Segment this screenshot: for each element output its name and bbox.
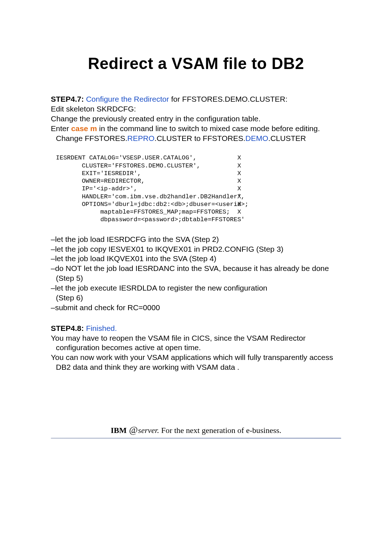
list-item: –let the job copy IESVEX01 to IKQVEX01 i… bbox=[51, 244, 341, 254]
list-item: –let the job load IESRDCFG into the SVA … bbox=[51, 235, 341, 244]
footer-separator bbox=[51, 438, 341, 439]
repro-text: REPRO bbox=[127, 134, 155, 142]
footer-ibm: IBM bbox=[111, 426, 129, 435]
cluster-to-text: .CLUSTER to FFSTORES. bbox=[155, 134, 246, 142]
footer-at-icon: @ bbox=[128, 425, 138, 435]
code-left: IP='<ip-addr>', bbox=[56, 185, 237, 193]
code-continuation-x: X bbox=[237, 162, 241, 170]
code-line: OPTIONS='dburl=jdbc:db2:<db>;dbuser=<use… bbox=[56, 200, 341, 208]
code-continuation-x: X bbox=[237, 177, 241, 185]
step-4-8-para1: You may have to reopen the VSAM file in … bbox=[51, 333, 341, 353]
step-4-7-block: STEP4.7: Configure the Redirector for FF… bbox=[51, 94, 341, 143]
step-4-8-heading: STEP4.8: Finished. bbox=[51, 324, 341, 333]
list-item: –do NOT let the job load IESRDANC into t… bbox=[51, 264, 341, 283]
code-continuation-x: X bbox=[237, 193, 241, 200]
step-4-8-label: STEP4.8: bbox=[51, 324, 84, 332]
step-4-8-para2: You can now work with your VSAM applicat… bbox=[51, 353, 341, 372]
code-left: IESRDENT CATALOG='VSESP.USER.CATALOG', bbox=[56, 154, 237, 162]
step-4-7-link: Configure the Redirector bbox=[84, 95, 171, 103]
footer-tagline: IBM @server. For the next generation of … bbox=[51, 425, 341, 436]
list-item: (Step 6) bbox=[51, 293, 341, 303]
code-line: maptable=FFSTORES_MAP;map=FFSTORES;X bbox=[56, 208, 341, 216]
list-item: –let the job load IKQVEX01 into the SVA … bbox=[51, 254, 341, 264]
code-line: CLUSTER='FFSTORES.DEMO.CLUSTER',X bbox=[56, 162, 341, 170]
code-left: CLUSTER='FFSTORES.DEMO.CLUSTER', bbox=[56, 162, 237, 170]
code-line: EXIT='IESREDIR',X bbox=[56, 170, 341, 177]
code-line: HANDLER='com.ibm.vse.db2handler.DB2Handl… bbox=[56, 193, 341, 200]
code-line: dbpassword=<password>;dbtable=FFSTORES' bbox=[56, 216, 341, 223]
page-title: Redirect a VSAM file to DB2 bbox=[51, 54, 341, 73]
code-continuation-x: X bbox=[237, 185, 241, 193]
case-m-text: case m bbox=[71, 124, 97, 133]
step-4-7-edit-line: Edit skeleton SKRDCFG: bbox=[51, 104, 341, 114]
list-item: –let the job execute IESRDLDA to registe… bbox=[51, 283, 341, 293]
code-continuation-x: X bbox=[237, 154, 241, 162]
step-4-7-postlink: for FFSTORES.DEMO.CLUSTER: bbox=[171, 95, 288, 103]
code-continuation-x: X bbox=[237, 208, 241, 216]
code-left: dbpassword=<password>;dbtable=FFSTORES' bbox=[56, 216, 237, 223]
code-left: HANDLER='com.ibm.vse.db2handler.DB2Handl… bbox=[56, 193, 237, 200]
code-line: OWNER=REDIRECTOR,X bbox=[56, 177, 341, 185]
code-block: IESRDENT CATALOG='VSESP.USER.CATALOG',X … bbox=[56, 154, 341, 223]
step-4-7-change-line: Change the previously created entry in t… bbox=[51, 114, 341, 124]
code-left: maptable=FFSTORES_MAP;map=FFSTORES; bbox=[56, 208, 237, 216]
step-4-7-label: STEP4.7: bbox=[51, 95, 84, 103]
code-left: OWNER=REDIRECTOR, bbox=[56, 177, 237, 185]
footer-server: server. bbox=[138, 426, 159, 435]
step-4-7-enter-block: Enter case m in the command line to swit… bbox=[51, 124, 341, 143]
document-page: Redirect a VSAM file to DB2 STEP4.7: Con… bbox=[0, 0, 392, 555]
demo-text: DEMO bbox=[245, 134, 268, 142]
code-continuation-x: X bbox=[237, 170, 241, 177]
step-4-8-block: STEP4.8: Finished. You may have to reope… bbox=[51, 324, 341, 372]
page-footer: IBM @server. For the next generation of … bbox=[51, 425, 341, 439]
list-item: –submit and check for RC=0000 bbox=[51, 303, 341, 313]
code-left: OPTIONS='dburl=jdbc:db2:<db>;dbuser=<use… bbox=[56, 200, 237, 208]
code-line: IP='<ip-addr>',X bbox=[56, 185, 341, 193]
footer-tag-text: For the next generation of e-business. bbox=[159, 426, 281, 435]
enter-prefix: Enter bbox=[51, 124, 71, 133]
code-line: IESRDENT CATALOG='VSESP.USER.CATALOG',X bbox=[56, 154, 341, 162]
step-4-8-link: Finished. bbox=[84, 324, 117, 332]
step-4-7-heading: STEP4.7: Configure the Redirector for FF… bbox=[51, 94, 341, 104]
code-continuation-x: X bbox=[237, 200, 241, 208]
code-left: EXIT='IESREDIR', bbox=[56, 170, 237, 177]
cluster-end-text: .CLUSTER bbox=[268, 134, 306, 142]
job-steps-list: –let the job load IESRDCFG into the SVA … bbox=[51, 235, 341, 313]
